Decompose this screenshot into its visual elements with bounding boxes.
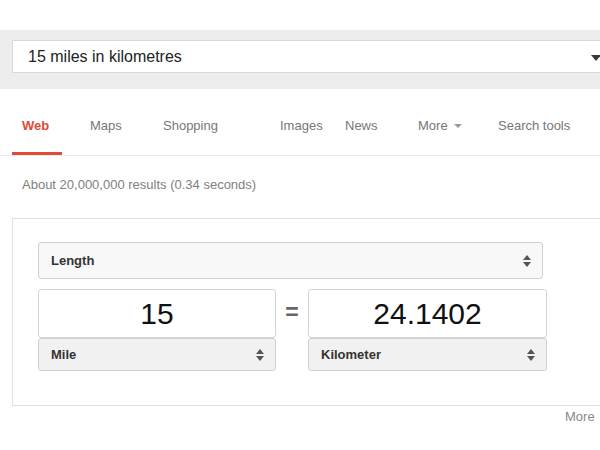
tab-search-tools[interactable]: Search tools <box>498 118 570 133</box>
from-value-input[interactable] <box>38 289 276 338</box>
search-dropdown-caret-icon[interactable] <box>591 55 600 61</box>
more-link[interactable]: More <box>565 409 595 424</box>
to-unit-value: Kilometer <box>321 347 381 362</box>
tab-web[interactable]: Web <box>22 118 49 133</box>
caret-down-icon <box>454 124 462 128</box>
unit-converter-card: Length = Mile Kilometer <box>12 218 600 406</box>
category-select[interactable]: Length <box>38 242 543 279</box>
tabs-bar: Web Maps Shopping Images News More Searc… <box>0 89 600 156</box>
from-unit-value: Mile <box>51 347 76 362</box>
search-band <box>0 30 600 89</box>
tab-news[interactable]: News <box>345 118 378 133</box>
equals-sign: = <box>276 289 308 338</box>
search-input[interactable] <box>12 40 600 73</box>
from-unit-select[interactable]: Mile <box>38 338 276 371</box>
up-down-arrows-icon <box>526 349 536 361</box>
active-tab-underline <box>12 152 62 155</box>
result-stats: About 20,000,000 results (0.34 seconds) <box>22 177 256 192</box>
tab-shopping[interactable]: Shopping <box>163 118 218 133</box>
up-down-arrows-icon <box>522 255 532 267</box>
tab-images[interactable]: Images <box>280 118 323 133</box>
category-select-value: Length <box>51 253 94 268</box>
tab-more-label: More <box>418 118 448 133</box>
up-down-arrows-icon <box>255 349 265 361</box>
tab-maps[interactable]: Maps <box>90 118 122 133</box>
to-value-input[interactable] <box>308 289 547 338</box>
tab-more[interactable]: More <box>418 118 462 133</box>
to-unit-select[interactable]: Kilometer <box>308 338 547 371</box>
